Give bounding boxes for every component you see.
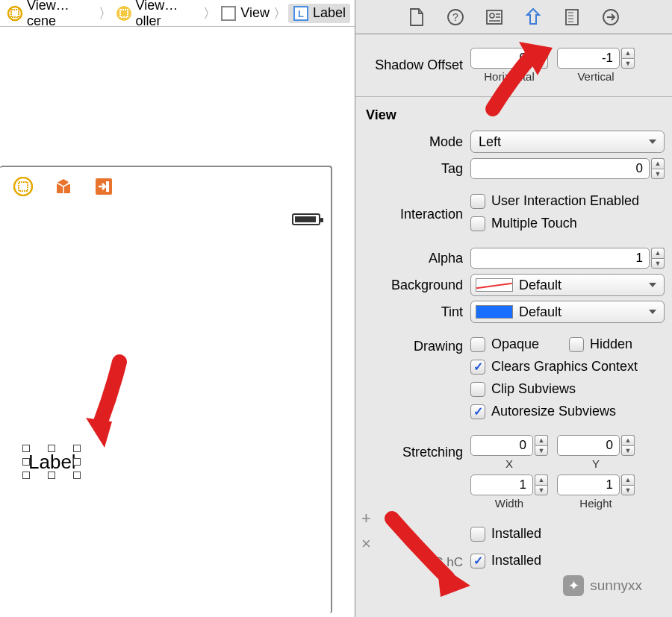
view-icon [220, 5, 237, 22]
chevron-icon: 〉 [202, 4, 218, 22]
breadcrumb-controller-label: View…oller [136, 0, 200, 29]
stretch-h-field[interactable]: 1 [557, 475, 620, 495]
inspector-tab-bar: ? [355, 0, 672, 34]
alpha-stepper[interactable]: ▲▼ [651, 248, 665, 269]
svg-text:L: L [298, 8, 304, 19]
annotation-arrow-icon [478, 34, 560, 124]
opaque-label: Opaque [491, 336, 539, 352]
svg-rect-1 [11, 10, 19, 17]
quick-help-tab-icon[interactable]: ? [446, 7, 465, 27]
svg-rect-4 [222, 7, 235, 20]
chevron-icon: 〉 [272, 4, 288, 22]
stretch-h-stepper[interactable]: ▲▼ [621, 475, 635, 495]
wechat-icon: ✦ [563, 575, 584, 596]
svg-rect-8 [19, 182, 28, 191]
first-responder-icon[interactable]: 1 [54, 177, 73, 196]
mode-label: Mode [363, 134, 470, 150]
add-variation-button[interactable]: + [361, 509, 371, 528]
hidden-label: Hidden [590, 336, 632, 352]
shadow-vertical-stepper[interactable]: ▲▼ [621, 48, 635, 69]
attributes-inspector-tab-icon[interactable] [523, 7, 543, 27]
stretch-x-field[interactable]: 0 [470, 435, 533, 456]
selection-handle[interactable] [48, 472, 55, 479]
background-swatch-icon [476, 278, 513, 292]
multiple-touch-label: Multiple Touch [491, 216, 577, 231]
clears-graphics-checkbox[interactable] [470, 360, 485, 375]
scene-icon [7, 5, 23, 22]
clip-subviews-checkbox[interactable] [470, 382, 485, 397]
svg-text:?: ? [452, 11, 458, 23]
uilabel-element[interactable]: Label [28, 451, 76, 474]
background-popup[interactable]: Default [470, 274, 665, 296]
breadcrumb-label[interactable]: L Label [288, 4, 350, 23]
scene-controller-icon[interactable] [13, 177, 33, 196]
svg-marker-27 [437, 563, 470, 597]
breadcrumb-scene[interactable]: View…cene [4, 0, 97, 29]
annotation-arrow-icon [377, 507, 482, 604]
clip-subviews-label: Clip Subviews [491, 381, 576, 397]
stretch-x-stepper[interactable]: ▲▼ [535, 435, 548, 456]
mode-popup[interactable]: Left [470, 131, 665, 153]
breadcrumb-view[interactable]: View [218, 5, 272, 22]
size-inspector-tab-icon[interactable] [562, 7, 582, 27]
selection-handle[interactable] [73, 458, 81, 466]
multiple-touch-checkbox[interactable] [470, 216, 485, 231]
connections-inspector-tab-icon[interactable] [601, 7, 620, 27]
installed-any-label: Installed [491, 526, 541, 542]
tag-label: Tag [363, 161, 470, 177]
selection-handle[interactable] [22, 472, 30, 479]
stretch-w-field[interactable]: 1 [470, 475, 533, 495]
tag-stepper[interactable]: ▲▼ [651, 158, 665, 179]
user-interaction-label: User Interaction Enabled [491, 193, 639, 209]
tint-popup[interactable]: Default [470, 301, 665, 323]
selection-handle[interactable] [22, 445, 30, 452]
chevron-icon: 〉 [97, 4, 113, 22]
controller-icon [116, 5, 132, 22]
opaque-checkbox[interactable] [470, 337, 485, 352]
remove-variation-button[interactable]: × [361, 534, 371, 554]
breadcrumb-controller[interactable]: View…oller [113, 0, 202, 29]
stretch-w-stepper[interactable]: ▲▼ [535, 475, 548, 495]
selection-handle[interactable] [48, 445, 55, 452]
watermark-text: sunnyxx [590, 577, 642, 594]
uilabel-text: Label [28, 451, 76, 473]
installed-sizeclass-label: Installed [491, 553, 541, 569]
file-inspector-tab-icon[interactable] [407, 7, 426, 27]
svg-point-15 [490, 13, 494, 18]
shadow-offset-label: Shadow Offset [363, 57, 470, 73]
selection-handle[interactable] [22, 458, 30, 466]
annotation-arrow-icon [78, 351, 146, 455]
jump-bar: View…cene 〉 View…oller 〉 View 〉 L Label [0, 0, 355, 27]
shadow-vertical-field[interactable]: -1 [557, 48, 620, 69]
stretch-y-stepper[interactable]: ▲▼ [621, 435, 635, 456]
svg-rect-11 [106, 181, 109, 192]
breadcrumb-view-label: View [240, 5, 270, 21]
user-interaction-checkbox[interactable] [470, 194, 485, 209]
autoresize-label: Autoresize Subviews [491, 404, 616, 419]
autoresize-checkbox[interactable] [470, 404, 485, 419]
canvas[interactable]: 1 Label [0, 27, 355, 617]
svg-point-7 [14, 178, 32, 195]
exit-icon[interactable] [94, 177, 113, 196]
tint-label: Tint [363, 304, 470, 320]
identity-inspector-tab-icon[interactable] [485, 7, 504, 27]
svg-marker-25 [86, 418, 112, 448]
tint-swatch-icon [476, 305, 513, 319]
interaction-label: Interaction [363, 207, 470, 222]
alpha-field[interactable]: 1 [470, 248, 650, 269]
alpha-label: Alpha [363, 251, 470, 266]
breadcrumb-label-text: Label [313, 5, 346, 21]
hidden-checkbox[interactable] [569, 337, 584, 352]
watermark: ✦ sunnyxx [563, 575, 642, 596]
selection-handle[interactable] [73, 472, 81, 479]
stretch-h-caption: Height [579, 497, 612, 510]
stretching-label: Stretching [363, 445, 470, 460]
stretch-y-caption: Y [592, 457, 600, 470]
shadow-vertical-caption: Vertical [577, 70, 614, 83]
stretch-w-caption: Width [495, 497, 523, 510]
label-icon: L [293, 5, 309, 22]
tag-field[interactable]: 0 [470, 158, 650, 179]
stretch-y-field[interactable]: 0 [557, 435, 620, 456]
svg-point-0 [8, 7, 22, 20]
background-label: Background [363, 278, 470, 293]
